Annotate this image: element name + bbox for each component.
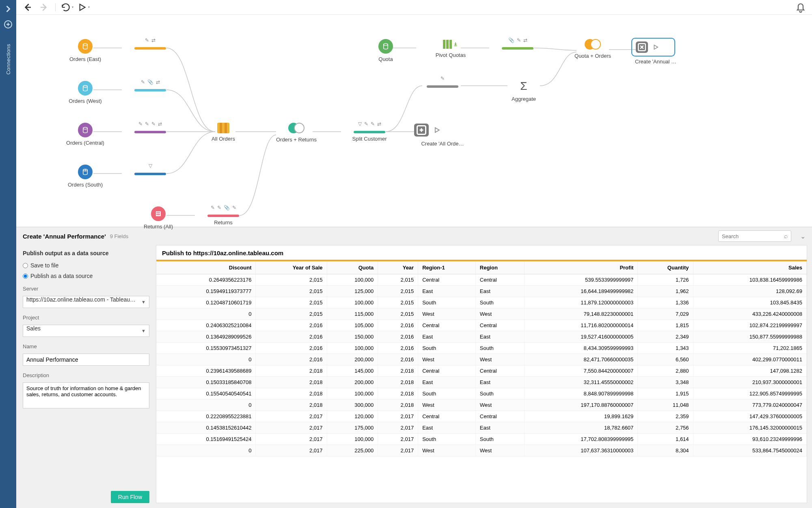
back-button[interactable]	[21, 2, 34, 13]
clean-bar	[427, 85, 458, 88]
svg-point-16	[384, 43, 388, 46]
node-orders-central[interactable]: Orders (Central)	[57, 123, 114, 146]
field-count: 9 Fields	[110, 233, 129, 239]
table-row[interactable]: 0.145381526104422,017175,0002,017EastEas…	[156, 422, 807, 434]
col-quota[interactable]: Quota	[327, 261, 378, 274]
output-icon	[636, 41, 648, 53]
col-sales[interactable]: Sales	[693, 261, 806, 274]
search-input[interactable]	[718, 230, 791, 242]
attach-icon: 📎	[147, 79, 153, 85]
table-row[interactable]: 02,016200,0002,016WestWest82,471.7066000…	[156, 354, 807, 365]
expand-panel-icon[interactable]: ⌄	[800, 232, 806, 240]
description-input[interactable]	[23, 382, 149, 408]
rename-icon: ✎	[145, 37, 149, 43]
node-create-annual[interactable]	[633, 40, 673, 54]
svg-point-10	[83, 43, 88, 46]
table-row[interactable]: 0.159491193737772,015125,0002,015EastEas…	[156, 286, 807, 297]
flow-canvas[interactable]: Orders (East) ✎⇄ Orders (West) ✎📎⇄ Order…	[16, 15, 812, 227]
publish-section-title: Publish output as a data source	[23, 250, 149, 256]
step-orders-central-clean[interactable]: ✎✎✎⇄	[122, 121, 179, 136]
table-icon	[151, 206, 166, 221]
clean-bar	[207, 215, 239, 217]
server-select[interactable]: https://10az.online.tableau.com - Tablea…	[23, 296, 149, 308]
node-quota[interactable]: Quota	[357, 39, 414, 62]
node-quota-plus-orders[interactable]: Quota + Orders	[564, 39, 621, 59]
forward-button	[37, 2, 50, 13]
add-connection-icon[interactable]	[3, 20, 13, 29]
database-icon	[78, 81, 93, 96]
clean-bar	[134, 89, 166, 91]
node-returns-all[interactable]: Returns (All)	[130, 206, 187, 230]
step-orders-west-clean[interactable]: ✎📎⇄	[122, 79, 179, 94]
step-orders-south-clean[interactable]: ▽	[122, 163, 179, 178]
clean-bar	[354, 131, 385, 133]
clean-bar	[502, 47, 533, 50]
output-icon	[414, 124, 429, 137]
col-year-of-sale[interactable]: Year of Sale	[256, 261, 327, 274]
node-orders-east[interactable]: Orders (East)	[57, 39, 114, 62]
svg-point-11	[83, 85, 88, 87]
database-icon	[378, 39, 393, 54]
join-icon	[585, 39, 601, 50]
run-flow-button[interactable]: Run Flow	[111, 491, 149, 503]
database-icon	[78, 123, 93, 137]
col-quantity[interactable]: Quantity	[638, 261, 693, 274]
search-icon: ⌕	[784, 232, 788, 240]
table-row[interactable]: 0.239614395886892,018145,0002,018Central…	[156, 365, 807, 377]
clean-bar	[134, 131, 166, 133]
run-button[interactable]: ▾	[77, 2, 90, 13]
connections-label: Connections	[5, 44, 11, 75]
pivot-icon	[443, 39, 458, 50]
chevron-down-icon: ▼	[141, 300, 146, 304]
table-row[interactable]: 02,017225,0002,017WestWest107,637.363100…	[156, 445, 807, 456]
col-profit[interactable]: Profit	[525, 261, 638, 274]
table-row[interactable]: 0.120487106017192,015100,0002,015SouthSo…	[156, 297, 807, 308]
refresh-button[interactable]: ▾	[60, 2, 73, 13]
col-region[interactable]: Region	[475, 261, 524, 274]
publish-radio[interactable]: Publish as a data source	[23, 273, 149, 279]
notifications-icon[interactable]	[794, 2, 807, 13]
node-all-orders[interactable]: All Orders	[195, 123, 252, 142]
table-row[interactable]: 02,018300,0002,018WestWest197,170.887600…	[156, 399, 807, 411]
search-field[interactable]: ⌕	[718, 230, 791, 242]
table-row[interactable]: 0.155309734513272,016100,0002,016SouthSo…	[156, 343, 807, 354]
node-pivot-quotas[interactable]: Pivot Quotas	[422, 39, 479, 58]
svg-point-12	[83, 127, 88, 129]
field-icon: ⇄	[156, 79, 160, 85]
clean-bar	[134, 173, 166, 175]
play-icon[interactable]	[433, 126, 441, 134]
save-to-file-radio[interactable]: Save to file	[23, 262, 149, 269]
filter-icon: ▽	[149, 163, 152, 169]
node-split-customer[interactable]: ▽✎✎⇄ Split Customer	[341, 121, 398, 142]
node-orders-south[interactable]: Orders (South)	[57, 165, 114, 188]
node-orders-plus-returns[interactable]: Orders + Returns	[268, 123, 325, 143]
table-row[interactable]: 0.240630252100842,016105,0002,016Central…	[156, 320, 807, 331]
publish-target: Publish to https://10az.online.tableau.c…	[156, 245, 807, 260]
database-icon	[78, 39, 93, 54]
table-row[interactable]: 0.26493562231762,015100,0002,015CentralC…	[156, 274, 807, 286]
expand-sidebar-icon[interactable]	[2, 3, 14, 15]
step-aggregate-prep[interactable]: ✎	[414, 76, 471, 90]
server-label: Server	[23, 286, 149, 292]
sidebar-rail: Connections	[0, 0, 16, 508]
node-orders-west[interactable]: Orders (West)	[57, 81, 114, 104]
table-row[interactable]: 0.222089552238812,017120,0002,017Central…	[156, 411, 807, 422]
node-aggregate[interactable]: Σ Aggregate	[495, 79, 552, 102]
table-row[interactable]: 02,015115,0002,015WestWest79,148.8223000…	[156, 308, 807, 320]
join-icon	[288, 123, 304, 134]
database-icon	[78, 165, 93, 179]
node-create-all-orders[interactable]: Create 'All Orde…	[414, 124, 487, 137]
col-region-1[interactable]: Region-1	[418, 261, 476, 274]
table-row[interactable]: 0.151694915254242,017100,0002,017SouthSo…	[156, 434, 807, 445]
play-icon[interactable]	[652, 43, 659, 51]
table-row[interactable]: 0.155405405405412,018100,0002,018SouthSo…	[156, 388, 807, 399]
step-returns-clean[interactable]: ✎✎📎✎ Returns	[195, 205, 252, 226]
col-year[interactable]: Year	[378, 261, 418, 274]
project-select[interactable]: Sales▼	[23, 325, 149, 337]
step-orders-east-clean[interactable]: ✎⇄	[122, 37, 179, 52]
table-row[interactable]: 0.136492890995262,016150,0002,016EastEas…	[156, 331, 807, 343]
step-quota-clean[interactable]: 📎✎⇄	[489, 37, 546, 52]
table-row[interactable]: 0.150331858407082,018200,0002,018EastEas…	[156, 377, 807, 388]
col-discount[interactable]: Discount	[156, 261, 256, 274]
name-input[interactable]	[23, 354, 149, 366]
